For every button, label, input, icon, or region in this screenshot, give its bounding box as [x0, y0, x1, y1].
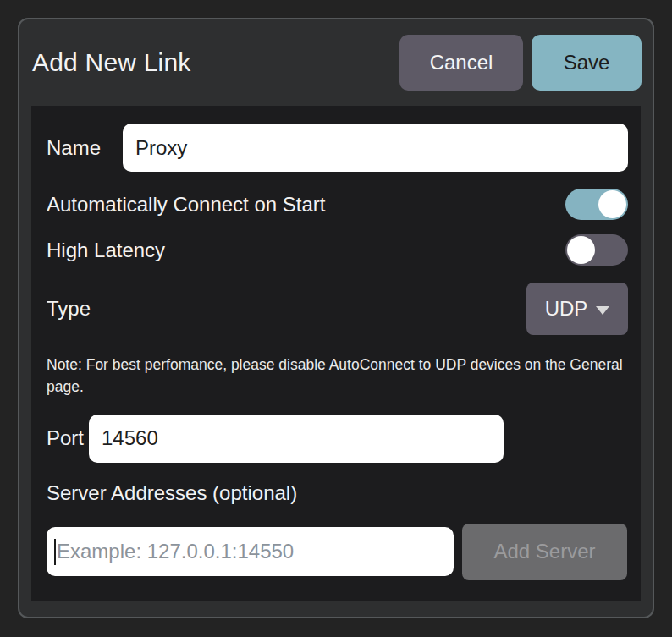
add-link-dialog: Add New Link Cancel Save Name Automatica… — [18, 18, 654, 618]
high-latency-row: High Latency — [47, 234, 628, 266]
add-server-button[interactable]: Add Server — [462, 524, 627, 580]
auto-connect-toggle[interactable] — [565, 189, 628, 220]
text-cursor — [54, 539, 56, 565]
server-address-input[interactable] — [47, 527, 454, 576]
type-dropdown-value: UDP — [545, 297, 588, 321]
port-row: Port — [47, 415, 628, 463]
server-address-input-wrap — [47, 527, 454, 576]
type-dropdown[interactable]: UDP — [526, 283, 628, 335]
name-label: Name — [47, 136, 123, 160]
link-settings-panel: Name Automatically Connect on Start High… — [31, 106, 641, 601]
name-input[interactable] — [123, 124, 628, 172]
type-row: Type UDP — [47, 283, 628, 335]
auto-connect-row: Automatically Connect on Start — [47, 189, 628, 220]
auto-connect-label: Automatically Connect on Start — [47, 193, 326, 217]
server-addresses-label: Server Addresses (optional) — [47, 481, 628, 505]
toggle-knob — [567, 236, 595, 264]
port-input[interactable] — [89, 415, 504, 463]
dialog-header: Add New Link Cancel Save — [19, 19, 653, 91]
high-latency-toggle[interactable] — [565, 234, 628, 266]
port-label: Port — [47, 426, 89, 450]
server-address-row: Add Server — [47, 524, 628, 580]
high-latency-label: High Latency — [47, 239, 165, 262]
dialog-title: Add New Link — [32, 48, 399, 77]
cancel-button[interactable]: Cancel — [399, 35, 523, 91]
name-row: Name — [47, 124, 628, 172]
type-label: Type — [47, 297, 91, 321]
save-button[interactable]: Save — [532, 35, 642, 91]
chevron-down-icon — [596, 306, 609, 315]
toggle-knob — [598, 190, 626, 218]
udp-performance-note: Note: For best perfomance, please disabl… — [47, 354, 628, 398]
